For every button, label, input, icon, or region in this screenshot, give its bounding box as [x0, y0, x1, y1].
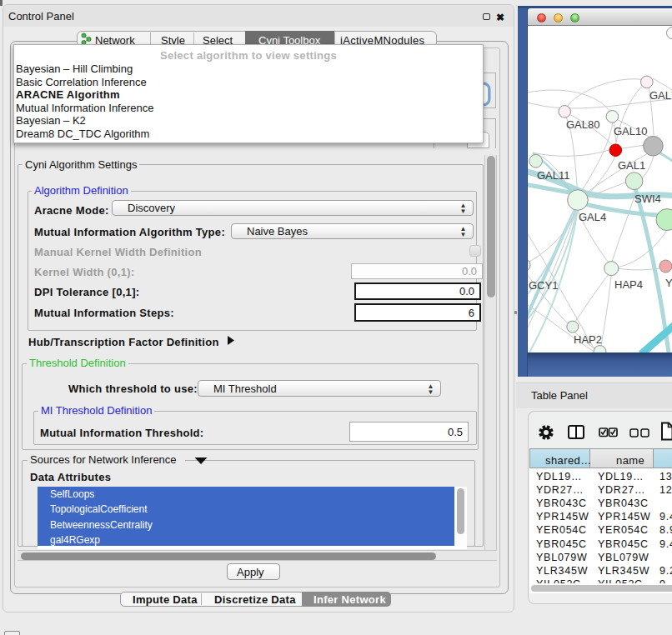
- svg-text:GAL4: GAL4: [579, 211, 606, 223]
- svg-text:YM: YM: [665, 277, 672, 289]
- svg-text:HAP4: HAP4: [614, 278, 643, 291]
- svg-text:GAL10: GAL10: [614, 125, 647, 138]
- svg-text:HAP2: HAP2: [574, 333, 602, 346]
- svg-text:GAL80: GAL80: [566, 118, 599, 131]
- svg-text:SWI4: SWI4: [634, 192, 661, 205]
- svg-text:GCY1: GCY1: [529, 279, 558, 292]
- svg-text:GAL11: GAL11: [537, 169, 570, 182]
- svg-text:GAL1: GAL1: [618, 159, 645, 172]
- svg-text:GAL7: GAL7: [649, 89, 672, 102]
